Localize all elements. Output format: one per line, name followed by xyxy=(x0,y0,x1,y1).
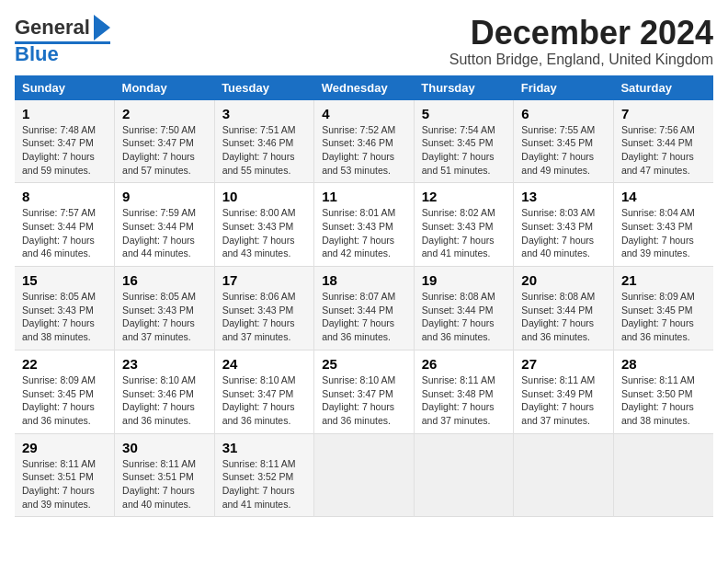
day-number: 12 xyxy=(422,189,506,204)
day-number: 27 xyxy=(521,356,606,372)
day-number: 22 xyxy=(22,356,107,372)
day-number: 19 xyxy=(422,272,506,288)
day-number: 13 xyxy=(521,189,606,204)
day-number: 7 xyxy=(621,106,706,121)
calendar-cell: 14Sunrise: 8:04 AMSunset: 3:43 PMDayligh… xyxy=(613,183,713,267)
day-number: 21 xyxy=(621,272,706,288)
calendar-cell: 5Sunrise: 7:54 AMSunset: 3:45 PMDaylight… xyxy=(414,100,514,183)
calendar-cell: 27Sunrise: 8:11 AMSunset: 3:49 PMDayligh… xyxy=(514,350,614,433)
cell-info: Sunrise: 8:11 AMSunset: 3:50 PMDaylight:… xyxy=(621,373,706,428)
header-wednesday: Wednesday xyxy=(314,75,415,100)
calendar-cell: 26Sunrise: 8:11 AMSunset: 3:48 PMDayligh… xyxy=(414,350,514,433)
calendar-cell: 1Sunrise: 7:48 AMSunset: 3:47 PMDaylight… xyxy=(15,100,115,183)
calendar-cell: 11Sunrise: 8:01 AMSunset: 3:43 PMDayligh… xyxy=(314,183,415,267)
calendar-cell: 17Sunrise: 8:06 AMSunset: 3:43 PMDayligh… xyxy=(214,267,314,350)
calendar-cell: 19Sunrise: 8:08 AMSunset: 3:44 PMDayligh… xyxy=(414,267,514,350)
cell-info: Sunrise: 8:11 AMSunset: 3:49 PMDaylight:… xyxy=(521,373,606,428)
day-number: 14 xyxy=(621,189,706,204)
calendar-cell: 13Sunrise: 8:03 AMSunset: 3:43 PMDayligh… xyxy=(514,183,614,267)
calendar-cell xyxy=(314,433,415,517)
logo: General Blue xyxy=(15,15,110,64)
title-block: December 2024 Sutton Bridge, England, Un… xyxy=(449,15,713,68)
logo-blue-text: Blue xyxy=(15,44,59,64)
header-tuesday: Tuesday xyxy=(214,75,314,100)
calendar-body: 1Sunrise: 7:48 AMSunset: 3:47 PMDaylight… xyxy=(15,100,713,517)
calendar-cell: 18Sunrise: 8:07 AMSunset: 3:44 PMDayligh… xyxy=(314,267,415,350)
cell-info: Sunrise: 7:50 AMSunset: 3:47 PMDaylight:… xyxy=(122,123,207,178)
cell-info: Sunrise: 8:11 AMSunset: 3:52 PMDaylight:… xyxy=(222,457,307,511)
day-number: 5 xyxy=(422,106,506,121)
week-row-3: 15Sunrise: 8:05 AMSunset: 3:43 PMDayligh… xyxy=(15,267,713,350)
calendar-header: SundayMondayTuesdayWednesdayThursdayFrid… xyxy=(15,75,713,100)
calendar-table: SundayMondayTuesdayWednesdayThursdayFrid… xyxy=(15,75,713,518)
day-number: 15 xyxy=(22,272,107,288)
day-number: 3 xyxy=(222,106,307,121)
cell-info: Sunrise: 7:52 AMSunset: 3:46 PMDaylight:… xyxy=(322,123,406,178)
day-number: 30 xyxy=(122,440,207,455)
cell-info: Sunrise: 8:09 AMSunset: 3:45 PMDaylight:… xyxy=(22,373,107,428)
calendar-cell xyxy=(613,433,713,517)
calendar-cell: 9Sunrise: 7:59 AMSunset: 3:44 PMDaylight… xyxy=(115,183,215,267)
cell-info: Sunrise: 8:06 AMSunset: 3:43 PMDaylight:… xyxy=(222,290,307,344)
cell-info: Sunrise: 8:03 AMSunset: 3:43 PMDaylight:… xyxy=(521,206,606,260)
cell-info: Sunrise: 7:55 AMSunset: 3:45 PMDaylight:… xyxy=(521,123,606,178)
cell-info: Sunrise: 8:05 AMSunset: 3:43 PMDaylight:… xyxy=(22,290,107,344)
header-row: SundayMondayTuesdayWednesdayThursdayFrid… xyxy=(15,75,713,100)
calendar-cell: 24Sunrise: 8:10 AMSunset: 3:47 PMDayligh… xyxy=(214,350,314,433)
calendar-cell xyxy=(414,433,514,517)
cell-info: Sunrise: 7:59 AMSunset: 3:44 PMDaylight:… xyxy=(122,206,207,260)
calendar-cell: 20Sunrise: 8:08 AMSunset: 3:44 PMDayligh… xyxy=(514,267,614,350)
week-row-4: 22Sunrise: 8:09 AMSunset: 3:45 PMDayligh… xyxy=(15,350,713,433)
day-number: 16 xyxy=(122,272,207,288)
cell-info: Sunrise: 8:07 AMSunset: 3:44 PMDaylight:… xyxy=(322,290,406,344)
cell-info: Sunrise: 8:10 AMSunset: 3:46 PMDaylight:… xyxy=(122,373,207,428)
day-number: 31 xyxy=(222,440,307,455)
cell-info: Sunrise: 8:11 AMSunset: 3:51 PMDaylight:… xyxy=(122,457,207,511)
day-number: 9 xyxy=(122,189,207,204)
day-number: 20 xyxy=(521,272,606,288)
day-number: 11 xyxy=(322,189,406,204)
calendar-cell: 6Sunrise: 7:55 AMSunset: 3:45 PMDaylight… xyxy=(514,100,614,183)
calendar-cell: 15Sunrise: 8:05 AMSunset: 3:43 PMDayligh… xyxy=(15,267,115,350)
cell-info: Sunrise: 7:57 AMSunset: 3:44 PMDaylight:… xyxy=(22,206,107,260)
day-number: 8 xyxy=(22,189,107,204)
cell-info: Sunrise: 8:00 AMSunset: 3:43 PMDaylight:… xyxy=(222,206,307,260)
day-number: 23 xyxy=(122,356,207,372)
header-saturday: Saturday xyxy=(613,75,713,100)
day-number: 28 xyxy=(621,356,706,372)
calendar-cell: 4Sunrise: 7:52 AMSunset: 3:46 PMDaylight… xyxy=(314,100,415,183)
day-number: 2 xyxy=(122,106,207,121)
day-number: 10 xyxy=(222,189,307,204)
calendar-cell: 25Sunrise: 8:10 AMSunset: 3:47 PMDayligh… xyxy=(314,350,415,433)
header-monday: Monday xyxy=(115,75,215,100)
calendar-cell: 30Sunrise: 8:11 AMSunset: 3:51 PMDayligh… xyxy=(115,433,215,517)
calendar-cell: 29Sunrise: 8:11 AMSunset: 3:51 PMDayligh… xyxy=(15,433,115,517)
page-title: December 2024 xyxy=(449,15,713,52)
day-number: 18 xyxy=(322,272,406,288)
day-number: 25 xyxy=(322,356,406,372)
calendar-cell: 21Sunrise: 8:09 AMSunset: 3:45 PMDayligh… xyxy=(613,267,713,350)
cell-info: Sunrise: 8:02 AMSunset: 3:43 PMDaylight:… xyxy=(422,206,506,260)
header: General Blue December 2024 Sutton Bridge… xyxy=(15,15,713,68)
day-number: 26 xyxy=(422,356,506,372)
page-subtitle: Sutton Bridge, England, United Kingdom xyxy=(449,52,713,68)
cell-info: Sunrise: 8:01 AMSunset: 3:43 PMDaylight:… xyxy=(322,206,406,260)
cell-info: Sunrise: 8:08 AMSunset: 3:44 PMDaylight:… xyxy=(422,290,506,344)
calendar-cell: 16Sunrise: 8:05 AMSunset: 3:43 PMDayligh… xyxy=(115,267,215,350)
calendar-cell: 10Sunrise: 8:00 AMSunset: 3:43 PMDayligh… xyxy=(214,183,314,267)
cell-info: Sunrise: 7:56 AMSunset: 3:44 PMDaylight:… xyxy=(621,123,706,178)
header-friday: Friday xyxy=(514,75,614,100)
calendar-cell: 12Sunrise: 8:02 AMSunset: 3:43 PMDayligh… xyxy=(414,183,514,267)
day-number: 29 xyxy=(22,440,107,455)
week-row-1: 1Sunrise: 7:48 AMSunset: 3:47 PMDaylight… xyxy=(15,100,713,183)
calendar-cell: 23Sunrise: 8:10 AMSunset: 3:46 PMDayligh… xyxy=(115,350,215,433)
calendar-cell: 22Sunrise: 8:09 AMSunset: 3:45 PMDayligh… xyxy=(15,350,115,433)
cell-info: Sunrise: 8:11 AMSunset: 3:51 PMDaylight:… xyxy=(22,457,107,511)
day-number: 4 xyxy=(322,106,406,121)
week-row-2: 8Sunrise: 7:57 AMSunset: 3:44 PMDaylight… xyxy=(15,183,713,267)
week-row-5: 29Sunrise: 8:11 AMSunset: 3:51 PMDayligh… xyxy=(15,433,713,517)
cell-info: Sunrise: 8:05 AMSunset: 3:43 PMDaylight:… xyxy=(122,290,207,344)
cell-info: Sunrise: 7:48 AMSunset: 3:47 PMDaylight:… xyxy=(22,123,107,178)
calendar-cell: 2Sunrise: 7:50 AMSunset: 3:47 PMDaylight… xyxy=(115,100,215,183)
header-sunday: Sunday xyxy=(15,75,115,100)
